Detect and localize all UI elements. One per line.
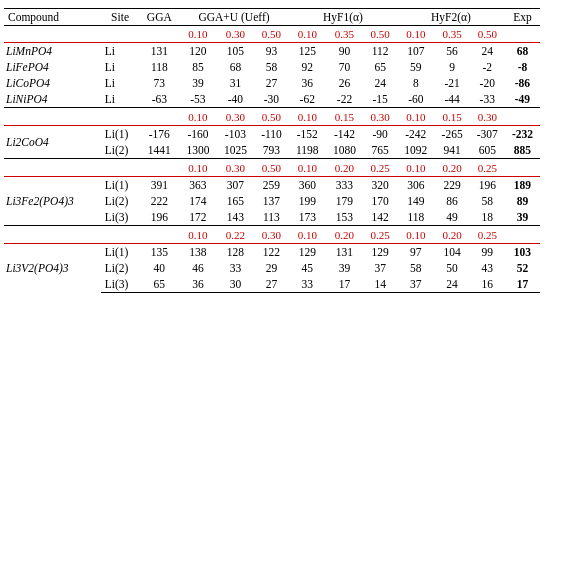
exp-cell: -232: [505, 126, 540, 143]
exp-cell: -86: [505, 75, 540, 91]
site-cell: Li(3): [101, 276, 140, 293]
gga-u-header: GGA+U (Ueff): [179, 9, 289, 26]
h1-sub-2: 0.35: [326, 26, 363, 43]
h2-sub-1: 0.10: [397, 26, 434, 43]
main-table: Compound Site GGA GGA+U (Ueff) HyF1(α) H…: [4, 8, 574, 293]
column-headers: Compound Site GGA GGA+U (Ueff) HyF1(α) H…: [4, 9, 574, 26]
subheader-row-2: 0.10 0.30 0.50 0.10 0.15 0.30 0.10 0.15 …: [4, 108, 574, 126]
exp-cell: 89: [505, 193, 540, 209]
table-row: LiFePO4 Li 118 85 68 58 92 70 65 59 9 -2…: [4, 59, 574, 75]
gu-sub-2: 0.30: [217, 26, 254, 43]
h2-sub-3: 0.50: [470, 26, 505, 43]
h2-sub-2: 0.35: [435, 26, 470, 43]
compound-cell: Li3V2(PO4)3: [4, 244, 101, 293]
compound-cell: Li3Fe2(PO4)3: [4, 177, 101, 226]
exp-cell: 189: [505, 177, 540, 194]
site-cell: Li(1): [101, 126, 140, 143]
compound-header: Compound: [4, 9, 101, 26]
exp-header: Exp: [505, 9, 540, 26]
subheader-row-4: 0.10 0.22 0.30 0.10 0.20 0.25 0.10 0.20 …: [4, 226, 574, 244]
table-row: LiMnPO4 Li 131 120 105 93 125 90 112 107…: [4, 43, 574, 60]
hyf2-header: HyF2(α): [397, 9, 505, 26]
h1-sub-3: 0.50: [363, 26, 397, 43]
gga-header: GGA: [139, 9, 179, 26]
table-row: LiCoPO4 Li 73 39 31 27 36 26 24 8 -21 -2…: [4, 75, 574, 91]
compound-cell: LiNiPO4: [4, 91, 101, 108]
site-cell: Li: [101, 91, 140, 108]
exp-cell: 17: [505, 276, 540, 293]
compound-cell: Li2CoO4: [4, 126, 101, 159]
gu-sub-3: 0.50: [254, 26, 289, 43]
exp-cell: 68: [505, 43, 540, 60]
exp-cell: 39: [505, 209, 540, 226]
compound-cell: LiCoPO4: [4, 75, 101, 91]
h1-sub-1: 0.10: [289, 26, 326, 43]
site-cell: Li: [101, 59, 140, 75]
site-cell: Li(2): [101, 193, 140, 209]
site-cell: Li(1): [101, 244, 140, 261]
site-cell: Li(2): [101, 142, 140, 159]
compound-cell: LiMnPO4: [4, 43, 101, 60]
site-cell: Li(2): [101, 260, 140, 276]
exp-cell: 52: [505, 260, 540, 276]
gu-sub-1: 0.10: [179, 26, 216, 43]
exp-cell: -8: [505, 59, 540, 75]
table-row: Li3Fe2(PO4)3 Li(1) 391 363 307 259 360 3…: [4, 177, 574, 194]
exp-cell: 103: [505, 244, 540, 261]
site-cell: Li: [101, 75, 140, 91]
subheader-row-3: 0.10 0.30 0.50 0.10 0.20 0.25 0.10 0.20 …: [4, 159, 574, 177]
hyf1-header: HyF1(α): [289, 9, 397, 26]
table-row: Li3V2(PO4)3 Li(1) 135 138 128 122 129 13…: [4, 244, 574, 261]
site-cell: Li(3): [101, 209, 140, 226]
gga-cell: 131: [139, 43, 179, 60]
site-cell: Li: [101, 43, 140, 60]
table-row: Li2CoO4 Li(1) -176 -160 -103 -110 -152 -…: [4, 126, 574, 143]
site-header: Site: [101, 9, 140, 26]
compound-cell: LiFePO4: [4, 59, 101, 75]
table-row: LiNiPO4 Li -63 -53 -40 -30 -62 -22 -15 -…: [4, 91, 574, 108]
exp-cell: 885: [505, 142, 540, 159]
site-cell: Li(1): [101, 177, 140, 194]
subheader-row-1: 0.10 0.30 0.50 0.10 0.35 0.50 0.10 0.35 …: [4, 26, 574, 43]
exp-cell: -49: [505, 91, 540, 108]
